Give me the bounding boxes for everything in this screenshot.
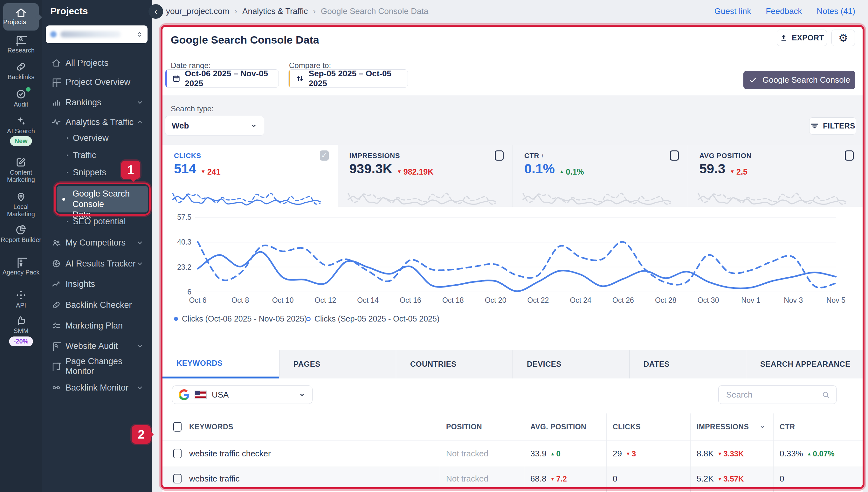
ctr-sparkline — [520, 182, 673, 206]
link-monitor-icon — [52, 383, 61, 392]
rail-label: API — [0, 302, 42, 309]
tab-search-appearance[interactable]: SEARCH APPEARANCE — [746, 350, 863, 378]
metric-label: IMPRESSIONS — [350, 152, 400, 160]
metric-delta: ▼241 — [201, 167, 221, 176]
breadcrumb-section[interactable]: Analytics & Traffic — [242, 6, 308, 16]
metric-card-ctr[interactable]: CTRi 0.1% ▲0.1% — [513, 145, 688, 207]
rail-item-projects[interactable]: Projects — [3, 3, 39, 30]
tab-dates[interactable]: DATES — [629, 350, 746, 378]
date-range-input[interactable]: Oct-06 2025 – Nov-05 2025 — [165, 69, 279, 88]
sidebar-item-marketing-plan[interactable]: Marketing Plan — [42, 317, 152, 334]
pulse-icon — [52, 117, 61, 127]
sort-chevron-icon[interactable] — [759, 423, 766, 430]
column-header-clicks[interactable]: CLICKS — [613, 423, 641, 431]
topbar-links: Guest link Feedback Notes (41) — [714, 6, 855, 16]
sidebar-item-analytics-traffic[interactable]: Analytics & Traffic — [42, 114, 152, 130]
metric-checkbox-checked[interactable]: ✓ — [320, 150, 329, 161]
sidebar-item-backlink-monitor[interactable]: Backlink Monitor — [42, 379, 152, 396]
svg-text:Oct 26: Oct 26 — [612, 296, 634, 304]
select-all-checkbox[interactable] — [173, 422, 182, 432]
tab-pages[interactable]: PAGES — [279, 350, 396, 378]
clicks-cell: 0 — [613, 474, 617, 484]
tab-countries[interactable]: COUNTRIES — [396, 350, 513, 378]
sidebar-item-project-overview[interactable]: Project Overview — [42, 74, 152, 90]
column-header-position[interactable]: POSITION — [446, 423, 482, 431]
guest-link[interactable]: Guest link — [714, 6, 751, 16]
sidebar-item-label: AI Results Tracker — [66, 259, 136, 269]
table-row: website traffic Not tracked 68.8▼7.2 0 5… — [162, 467, 863, 489]
impressions-cell: 8.8K▼3.33K — [697, 449, 744, 459]
compare-range-input[interactable]: Sep-05 2025 – Oct-05 2025 — [288, 69, 408, 88]
search-input[interactable] — [719, 386, 836, 403]
rail-item-backlinks[interactable]: Backlinks — [0, 61, 42, 81]
feedback-link[interactable]: Feedback — [766, 6, 802, 16]
svg-text:Nov 1: Nov 1 — [741, 296, 760, 304]
column-header-impressions[interactable]: IMPRESSIONS — [697, 423, 749, 431]
rail-item-smm[interactable]: SMM -20% — [0, 315, 42, 335]
tab-keywords[interactable]: KEYWORDS — [162, 350, 279, 378]
rail-item-local-marketing[interactable]: Local Marketing — [0, 191, 42, 218]
legend-item-current[interactable]: Clicks (Oct-06 2025 - Nov-05 2025) — [174, 314, 307, 323]
project-selector[interactable] — [46, 25, 148, 43]
chevron-down-icon — [298, 391, 306, 398]
rail-item-api[interactable]: API — [0, 289, 42, 309]
tab-devices[interactable]: DEVICES — [513, 350, 629, 378]
column-header-ctr[interactable]: CTR — [780, 423, 795, 431]
filter-icon — [810, 122, 819, 130]
rail-item-agency-pack[interactable]: Agency Pack — [0, 256, 42, 276]
sidebar-item-website-audit[interactable]: Website Audit — [42, 338, 152, 354]
clicks-line-chart: 623.240.357.5Oct 6Oct 8Oct 10Oct 12Oct 1… — [162, 207, 863, 312]
rail-label: Local Marketing — [0, 203, 42, 218]
search-type-select[interactable]: Web — [165, 116, 264, 136]
metric-checkbox[interactable] — [845, 150, 854, 161]
metric-card-impressions[interactable]: IMPRESSIONS 939.3K ▼982.19K — [338, 145, 513, 207]
compass-icon — [52, 259, 61, 268]
metric-checkbox[interactable] — [670, 150, 679, 161]
sidebar-item-ai-results-tracker[interactable]: AI Results Tracker — [42, 255, 152, 272]
sidebar-item-rankings[interactable]: Rankings — [42, 94, 152, 111]
legend-item-previous[interactable]: Clicks (Sep-05 2025 - Oct-05 2025) — [306, 314, 439, 323]
metric-card-clicks[interactable]: CLICKS ✓ 514 ▼241 — [162, 145, 338, 207]
gsc-main-panel: Google Search Console Data EXPORT ⚙ Date… — [160, 25, 865, 489]
sidebar-subitem-traffic[interactable]: Traffic — [42, 148, 152, 162]
sidebar-item-all-projects[interactable]: All Projects — [42, 55, 152, 71]
data-tabs: KEYWORDS PAGES COUNTRIES DEVICES DATES S… — [162, 350, 863, 378]
sidebar-item-label: Project Overview — [66, 77, 130, 87]
rail-item-audit[interactable]: Audit — [0, 89, 42, 108]
audit-notification-dot — [26, 87, 30, 92]
row-checkbox[interactable] — [173, 474, 182, 484]
settings-button[interactable]: ⚙ — [832, 30, 855, 46]
google-search-console-source-button[interactable]: Google Search Console — [743, 71, 855, 89]
rail-item-content-marketing[interactable]: Content Marketing — [0, 156, 42, 183]
grid-icon — [52, 77, 61, 87]
sidebar-collapse-button[interactable]: ‹ — [149, 4, 163, 19]
notes-link[interactable]: Notes (41) — [817, 6, 855, 16]
search-engine-select[interactable]: USA — [172, 386, 312, 404]
sparkles-icon — [15, 115, 27, 127]
avg-position-cell: 33.9▲0 — [530, 449, 561, 459]
svg-text:40.3: 40.3 — [177, 238, 192, 246]
breadcrumb-project[interactable]: your_project.com — [166, 6, 229, 16]
metric-checkbox[interactable] — [495, 150, 504, 161]
sidebar-subitem-google-search-console-data[interactable]: Google Search Console Data — [57, 186, 148, 213]
sidebar-item-page-changes-monitor[interactable]: Page Changes Monitor — [42, 358, 152, 375]
sidebar-item-backlink-checker[interactable]: Backlink Checker — [42, 297, 152, 313]
sidebar-item-insights[interactable]: Insights — [42, 276, 152, 292]
active-bullet-dot — [62, 198, 65, 201]
row-checkbox[interactable] — [173, 449, 182, 458]
rail-item-ai-search[interactable]: AI Search New — [0, 115, 42, 135]
rail-item-report-builder[interactable]: Report Builder — [0, 224, 42, 244]
column-header-avg-position[interactable]: AVG. POSITION — [530, 423, 586, 431]
rail-item-research[interactable]: Research — [0, 34, 42, 54]
export-button[interactable]: EXPORT — [777, 30, 827, 46]
sidebar-item-my-competitors[interactable]: My Competitors — [42, 235, 152, 251]
search-type-label: Search type: — [171, 104, 214, 113]
hollow-dot-icon — [306, 317, 311, 321]
metric-card-avg-position[interactable]: AVG POSITION 59.3 ▼2.5 — [688, 145, 863, 207]
metric-cards: CLICKS ✓ 514 ▼241 IMPRESSIONS 939.3K ▼98… — [162, 145, 863, 207]
sidebar-subitem-overview[interactable]: Overview — [42, 131, 152, 145]
sidebar-subitem-label: Google Search Console Data — [73, 189, 148, 220]
breadcrumb: your_project.com › Analytics & Traffic ›… — [166, 6, 428, 16]
filters-button[interactable]: FILTERS — [809, 117, 856, 134]
column-header-keywords[interactable]: KEYWORDS — [189, 423, 233, 431]
